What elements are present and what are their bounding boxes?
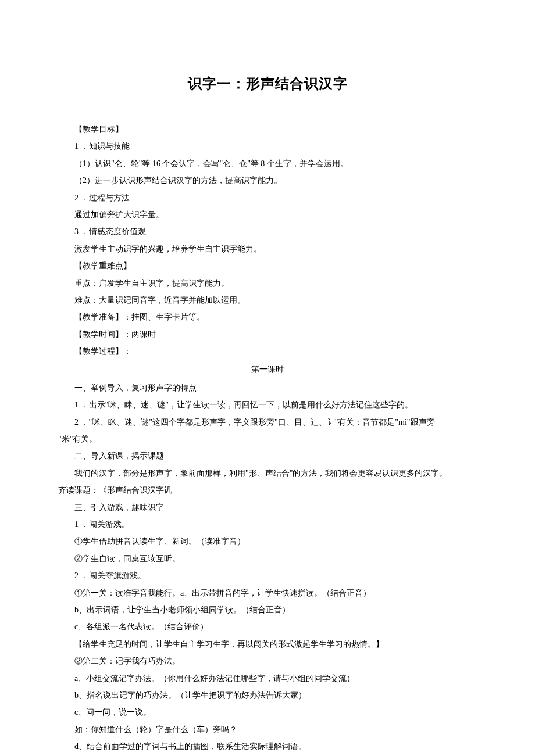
paragraph: 【给学生充足的时间，让学生自主学习生字，再以闯关的形式激起学生学习的热情。】 xyxy=(58,636,477,653)
paragraph: 一、举例导入，复习形声字的特点 xyxy=(58,379,477,396)
paragraph: 【教学重难点】 xyxy=(58,257,477,274)
paragraph: b、指名说出记字的巧办法。（让学生把识字的好办法告诉大家） xyxy=(58,687,477,704)
paragraph: 1 ．知识与技能 xyxy=(58,138,477,155)
paragraph-continuation: "米"有关。 xyxy=(58,431,477,447)
paragraph: 通过加偏旁扩大识字量。 xyxy=(58,206,477,223)
paragraph: 【教学时间】：两课时 xyxy=(58,326,477,343)
paragraph: c、问一问，说一说。 xyxy=(58,704,477,721)
paragraph: （2）进一步认识形声结合识汉字的方法，提高识字能力。 xyxy=(58,172,477,189)
paragraph: d、结合前面学过的字词与书上的插图，联系生活实际理解词语。 xyxy=(58,738,477,755)
document-page: 识字一：形声结合识汉字 【教学目标】 1 ．知识与技能 （1）认识"仑、轮"等 … xyxy=(0,0,535,756)
paragraph: 三、引入游戏，趣味识字 xyxy=(58,499,477,516)
paragraph: 2 ．闯关夺旗游戏。 xyxy=(58,567,477,584)
paragraph: ①学生借助拼音认读生字、新词。（读准字音） xyxy=(58,533,477,550)
paragraph: c、各组派一名代表读。（结合评价） xyxy=(58,618,477,635)
paragraph: 我们的汉字，部分是形声字，象前面那样，利用"形、声结合"的方法，我们将会更容易认… xyxy=(58,465,477,482)
paragraph: 二、导入新课，揭示课题 xyxy=(58,447,477,464)
paragraph: ②学生自读，同桌互读互听。 xyxy=(58,550,477,567)
lesson-subheading: 第一课时 xyxy=(58,361,477,378)
paragraph: 如：你知道什么（轮）字是什么（车）旁吗？ xyxy=(58,721,477,738)
paragraph-continuation: 齐读课题：《形声结合识汉字讥 xyxy=(58,482,477,499)
paragraph: （1）认识"仑、轮"等 16 个会认字，会写"仑、仓"等 8 个生字，并学会运用… xyxy=(58,155,477,172)
paragraph: 2 ．过程与方法 xyxy=(58,189,477,206)
paragraph: ②第二关：记字我有巧办法。 xyxy=(58,653,477,669)
paragraph: 激发学生主动识字的兴趣，培养学生自主识字能力。 xyxy=(58,241,477,257)
paragraph: 1 ．出示"咪、眯、迷、谜"，让学生读一读，再回忆一下，以前是用什么好方法记住这… xyxy=(58,396,477,413)
paragraph: 【教学准备】：挂图、生字卡片等。 xyxy=(58,309,477,325)
paragraph: 1 ．闯关游戏。 xyxy=(58,516,477,533)
paragraph: 难点：大量识记同音字，近音字并能加以运用。 xyxy=(58,292,477,309)
paragraph: ①第一关：读准字音我能行。a、出示带拼音的字，让学生快速拼读。（结合正音） xyxy=(58,585,477,601)
paragraph: b、出示词语，让学生当小老师领小组同学读。（结合正音） xyxy=(58,601,477,618)
paragraph: 重点：启发学生自主识字，提高识字能力。 xyxy=(58,275,477,292)
paragraph: 【教学目标】 xyxy=(58,121,477,138)
paragraph: 【教学过程】： xyxy=(58,343,477,360)
paragraph: a、小组交流记字办法。（你用什么好办法记住哪些字，请与小组的同学交流） xyxy=(58,670,477,687)
document-title: 识字一：形声结合识汉字 xyxy=(58,70,477,98)
paragraph: 3 ．情感态度价值观 xyxy=(58,223,477,240)
paragraph: 2 ．"咪、眯、迷、谜"这四个字都是形声字，字义跟形旁"口、目、辶、讠"有关；音… xyxy=(58,414,477,431)
